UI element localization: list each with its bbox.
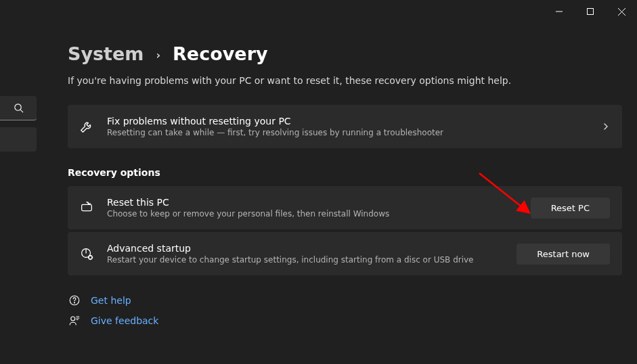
give-feedback-label: Give feedback: [91, 315, 158, 326]
intro-text: If you're having problems with your PC o…: [68, 75, 622, 86]
reset-pc-button[interactable]: Reset PC: [531, 198, 610, 219]
chevron-right-icon: ›: [156, 49, 160, 62]
maximize-button[interactable]: [575, 0, 606, 23]
help-icon: [68, 294, 81, 306]
reset-pc-subtitle: Choose to keep or remove your personal f…: [107, 209, 519, 219]
close-button[interactable]: [606, 0, 637, 23]
advanced-startup-subtitle: Restart your device to change startup se…: [107, 255, 504, 265]
get-help-label: Get help: [91, 295, 131, 306]
troubleshoot-title: Fix problems without resetting your PC: [107, 116, 590, 127]
reset-pc-card: Reset this PC Choose to keep or remove y…: [68, 186, 622, 229]
feedback-icon: [68, 315, 81, 327]
give-feedback-link[interactable]: Give feedback: [68, 315, 622, 327]
breadcrumb-parent[interactable]: System: [68, 43, 144, 64]
svg-rect-1: [588, 9, 594, 15]
svg-line-5: [20, 110, 23, 112]
get-help-link[interactable]: Get help: [68, 294, 622, 306]
chevron-right-icon: [602, 120, 610, 133]
svg-point-16: [71, 317, 75, 321]
reset-pc-icon: [79, 200, 95, 215]
troubleshoot-card[interactable]: Fix problems without resetting your PC R…: [68, 105, 622, 148]
troubleshoot-subtitle: Resetting can take a while — first, try …: [107, 128, 590, 137]
wrench-icon: [79, 119, 95, 134]
breadcrumb: System › Recovery: [68, 23, 622, 75]
svg-point-15: [74, 302, 75, 303]
advanced-startup-title: Advanced startup: [107, 243, 504, 254]
search-icon: [14, 103, 24, 113]
main-content: System › Recovery If you're having probl…: [38, 23, 637, 364]
reset-pc-title: Reset this PC: [107, 197, 519, 208]
page-title: Recovery: [173, 43, 267, 64]
sidebar: [0, 23, 38, 364]
restart-now-button[interactable]: Restart now: [517, 244, 610, 265]
window-titlebar: [0, 0, 637, 23]
minimize-button[interactable]: [544, 0, 575, 23]
svg-point-4: [14, 104, 20, 110]
search-input[interactable]: [0, 96, 37, 120]
advanced-startup-card: Advanced startup Restart your device to …: [68, 232, 622, 275]
recovery-options-heading: Recovery options: [68, 167, 622, 178]
svg-rect-6: [82, 204, 92, 210]
power-settings-icon: [79, 246, 95, 261]
sidebar-item-system[interactable]: [0, 127, 37, 152]
